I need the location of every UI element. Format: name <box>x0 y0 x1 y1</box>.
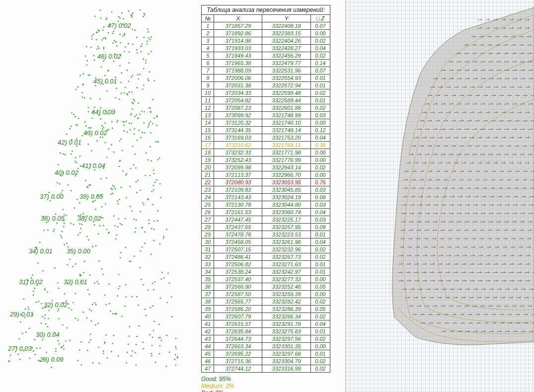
svg-point-292 <box>29 358 30 359</box>
svg-point-401 <box>138 117 139 119</box>
svg-point-15 <box>91 35 93 37</box>
svg-point-22 <box>66 215 67 216</box>
svg-point-271 <box>25 309 26 310</box>
svg-point-183 <box>113 61 115 62</box>
point-cloud-panel[interactable]: 47) 0.0246) 0.0245) 0.0144) 0.0043) 0.02… <box>0 0 196 392</box>
table-row[interactable]: 35372537.403323277.330.00 <box>202 276 330 283</box>
svg-point-304 <box>23 298 25 300</box>
cell-z: 0.02 <box>310 37 330 45</box>
svg-point-557 <box>71 112 73 114</box>
table-row[interactable]: 24372143.433323024.190.08 <box>202 194 330 201</box>
table-row[interactable]: 36372566.903323252.460.05 <box>202 283 330 291</box>
table-row[interactable]: 26372161.533323060.740.04 <box>202 209 330 216</box>
table-row[interactable]: 34372538.243323242.970.01 <box>202 268 330 276</box>
table-row[interactable]: 5371949.433322456.290.02 <box>202 52 330 60</box>
svg-point-244 <box>91 118 93 119</box>
table-row[interactable]: 3371914.983322404.260.02 <box>202 37 330 45</box>
table-row[interactable]: 44372663.343323301.350.00 <box>202 343 330 350</box>
svg-point-182 <box>135 154 136 155</box>
table-row[interactable]: 43372644.733323297.560.02 <box>202 335 330 343</box>
svg-point-347 <box>33 294 34 296</box>
svg-point-518 <box>124 125 125 126</box>
svg-point-204 <box>63 209 64 211</box>
table-row[interactable]: 42372635.843323275.830.01 <box>202 328 330 335</box>
table-row[interactable]: 21372113.373322966.700.00 <box>202 171 330 179</box>
svg-point-200 <box>106 229 108 230</box>
table-row[interactable]: 40372607.793323266.340.02 <box>202 313 330 320</box>
svg-point-417 <box>105 38 107 40</box>
svg-point-227 <box>113 152 115 153</box>
svg-point-443 <box>158 337 159 339</box>
svg-point-511 <box>171 316 173 317</box>
table-row[interactable]: 9372031.383322572.940.01 <box>202 82 330 89</box>
svg-point-325 <box>57 310 59 312</box>
table-row[interactable]: 16373169.033321753.200.04 <box>202 134 330 142</box>
svg-point-617 <box>41 303 42 305</box>
svg-point-358 <box>152 345 153 346</box>
analysis-table[interactable]: Таблица анализа пересечения измерений: №… <box>201 5 330 373</box>
svg-point-50 <box>54 229 55 231</box>
svg-point-266 <box>163 236 164 237</box>
svg-point-545 <box>9 360 10 362</box>
svg-point-295 <box>124 130 125 132</box>
svg-point-287 <box>94 283 95 284</box>
table-row[interactable]: 15373144.353321748.140.12 <box>202 127 330 134</box>
svg-point-357 <box>37 285 38 286</box>
cell-num: 20 <box>202 164 214 171</box>
svg-point-326 <box>150 39 151 41</box>
table-row[interactable]: 20372099.983322943.140.02 <box>202 164 330 171</box>
table-row[interactable]: 19373252.433321776.990.00 <box>202 157 330 164</box>
table-row[interactable]: 13373099.923321748.990.03 <box>202 112 330 119</box>
table-row[interactable]: 32372486.413323267.730.02 <box>202 253 330 261</box>
svg-point-245 <box>39 361 41 362</box>
table-row[interactable]: 33372506.823323271.630.01 <box>202 261 330 268</box>
table-row[interactable]: 7371988.093322531.960.07 <box>202 67 330 75</box>
table-row[interactable]: 37372587.503323259.390.00 <box>202 291 330 298</box>
table-row[interactable]: 1371857.293322408.180.07 <box>202 22 330 30</box>
table-row[interactable]: 6371965.383322479.770.14 <box>202 60 330 67</box>
svg-point-589 <box>118 20 119 22</box>
table-row[interactable]: 25372130.783323044.800.03 <box>202 201 330 209</box>
svg-point-221 <box>98 260 100 262</box>
table-row[interactable]: 14373120.323321740.100.00 <box>202 119 330 127</box>
table-row[interactable]: 30372458.053323261.980.04 <box>202 238 330 246</box>
svg-point-192 <box>36 348 38 349</box>
table-row[interactable]: 18373232.333321771.980.00 <box>202 149 330 157</box>
table-row[interactable]: 31372507.153323232.960.02 <box>202 246 330 253</box>
svg-point-184 <box>75 175 76 177</box>
table-row[interactable]: 45372695.223323297.680.01 <box>202 350 330 358</box>
table-row[interactable]: 11372054.823322589.440.01 <box>202 97 330 104</box>
terrain-panel[interactable] <box>345 0 534 392</box>
table-row[interactable]: 28372437.653323257.950.09 <box>202 224 330 231</box>
table-row[interactable]: 38372565.773323282.420.02 <box>202 298 330 306</box>
table-row[interactable]: 27372447.453323225.170.03 <box>202 216 330 224</box>
svg-point-568 <box>28 307 29 309</box>
table-row[interactable]: 41372615.573323291.780.04 <box>202 320 330 328</box>
svg-point-436 <box>126 362 128 364</box>
svg-point-191 <box>174 359 176 360</box>
svg-point-427 <box>108 284 110 285</box>
table-row[interactable]: 8372006.063322554.930.01 <box>202 75 330 82</box>
table-row[interactable]: 29372478.783323223.530.01 <box>202 231 330 238</box>
terrain-fill <box>392 7 534 345</box>
table-row[interactable]: 22372080.933323053.950.76 <box>202 179 330 186</box>
svg-point-597 <box>144 14 146 16</box>
table-row[interactable]: 23372109.833323045.850.03 <box>202 186 330 194</box>
svg-point-139 <box>89 274 91 276</box>
table-row[interactable]: 12372087.233322601.880.02 <box>202 104 330 112</box>
svg-point-10 <box>90 333 91 335</box>
svg-point-45 <box>118 16 120 18</box>
table-row[interactable]: 47372744.123323316.990.02 <box>202 365 330 373</box>
table-row[interactable]: 39372586.203323286.390.05 <box>202 306 330 313</box>
svg-point-238 <box>46 222 48 223</box>
table-row[interactable]: 10372034.333322599.480.02 <box>202 89 330 97</box>
table-row[interactable]: 46372715.363323304.790.02 <box>202 358 330 365</box>
table-row[interactable]: 4371933.033322428.270.04 <box>202 45 330 52</box>
svg-point-202 <box>153 221 155 222</box>
cell-z: 0.12 <box>310 127 330 134</box>
table-header-row: № X Y □ Z <box>202 15 330 22</box>
svg-point-513 <box>153 240 154 241</box>
cell-num: 13 <box>202 112 214 119</box>
table-row[interactable]: 17373210.623321768.110.38 <box>202 142 330 149</box>
table-row[interactable]: 2371892.863322383.150.00 <box>202 30 330 37</box>
